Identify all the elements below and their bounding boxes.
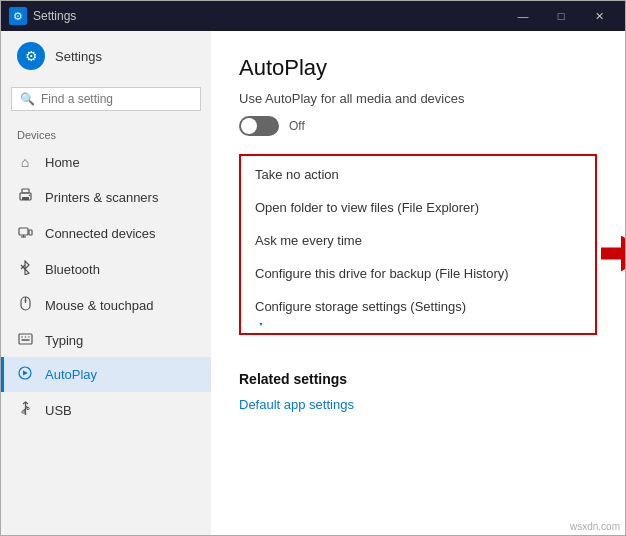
toggle-state-label: Off <box>289 119 305 133</box>
svg-rect-13 <box>19 334 32 344</box>
sidebar-app-icon: ⚙ <box>17 42 45 70</box>
svg-rect-2 <box>22 197 29 200</box>
content-area: AutoPlay Use AutoPlay for all media and … <box>211 31 625 535</box>
svg-point-22 <box>26 407 28 409</box>
content-subtitle: Use AutoPlay for all media and devices <box>239 91 597 106</box>
sidebar-item-label-usb: USB <box>45 403 72 418</box>
window-controls: — □ ✕ <box>505 1 617 31</box>
dropdown-item-configure-backup[interactable]: Configure this drive for backup (File Hi… <box>241 257 595 290</box>
sidebar-item-mouse[interactable]: Mouse & touchpad <box>1 287 211 323</box>
svg-point-3 <box>28 195 30 197</box>
sidebar-item-label-mouse: Mouse & touchpad <box>45 298 153 313</box>
dropdown-wrapper: Take no action Open folder to view files… <box>239 154 597 355</box>
main-layout: ⚙ Settings 🔍 Devices ⌂ Home Printers & s… <box>1 31 625 535</box>
svg-rect-1 <box>22 189 29 193</box>
dropdown-scroll-hint: ▼ <box>241 323 595 331</box>
sidebar-item-label-connected: Connected devices <box>45 226 156 241</box>
dropdown-list[interactable]: Take no action Open folder to view files… <box>239 154 597 335</box>
sidebar-app-title: Settings <box>55 49 102 64</box>
window-title: Settings <box>33 9 505 23</box>
red-arrow-indicator <box>601 235 625 274</box>
sidebar-item-usb[interactable]: USB <box>1 392 211 428</box>
titlebar: ⚙ Settings — □ ✕ <box>1 1 625 31</box>
autoplay-toggle-row: Off <box>239 116 597 136</box>
svg-point-12 <box>24 300 26 302</box>
minimize-button[interactable]: — <box>505 1 541 31</box>
dropdown-item-configure-storage[interactable]: Configure storage settings (Settings) <box>241 290 595 323</box>
sidebar-item-typing[interactable]: Typing <box>1 323 211 357</box>
sidebar-item-label-bluetooth: Bluetooth <box>45 262 100 277</box>
dropdown-item-open-folder[interactable]: Open folder to view files (File Explorer… <box>241 191 595 224</box>
maximize-button[interactable]: □ <box>543 1 579 31</box>
app-icon-symbol: ⚙ <box>13 10 23 23</box>
sidebar-item-label-home: Home <box>45 155 80 170</box>
sidebar-item-connected-devices[interactable]: Connected devices <box>1 215 211 251</box>
svg-rect-23 <box>22 411 25 413</box>
page-title: AutoPlay <box>239 55 597 81</box>
search-input[interactable] <box>41 92 192 106</box>
svg-rect-4 <box>19 228 28 235</box>
close-button[interactable]: ✕ <box>581 1 617 31</box>
watermark: wsxdn.com <box>570 521 620 532</box>
svg-rect-5 <box>29 230 32 235</box>
home-icon: ⌂ <box>17 154 33 170</box>
sidebar-item-bluetooth[interactable]: Bluetooth <box>1 251 211 287</box>
autoplay-icon <box>17 366 33 383</box>
sidebar-item-home[interactable]: ⌂ Home <box>1 145 211 179</box>
sidebar-item-printers[interactable]: Printers & scanners <box>1 179 211 215</box>
usb-icon <box>17 401 33 419</box>
sidebar-item-label-autoplay: AutoPlay <box>45 367 97 382</box>
sidebar-item-label-typing: Typing <box>45 333 83 348</box>
bluetooth-icon <box>17 260 33 278</box>
dropdown-item-ask-me[interactable]: Ask me every time <box>241 224 595 257</box>
app-icon: ⚙ <box>9 7 27 25</box>
typing-icon <box>17 332 33 348</box>
printers-icon <box>17 188 33 206</box>
mouse-icon <box>17 296 33 314</box>
devices-section-label: Devices <box>1 121 211 145</box>
default-app-settings-link[interactable]: Default app settings <box>239 397 354 412</box>
svg-marker-25 <box>601 235 625 271</box>
search-box[interactable]: 🔍 <box>11 87 201 111</box>
sidebar: ⚙ Settings 🔍 Devices ⌂ Home Printers & s… <box>1 31 211 535</box>
related-settings-section: Related settings Default app settings <box>239 371 597 412</box>
sidebar-header: ⚙ Settings <box>1 31 211 81</box>
red-arrow-icon <box>601 235 625 271</box>
settings-window: ⚙ Settings — □ ✕ ⚙ Settings 🔍 Devices ⌂ … <box>0 0 626 536</box>
sidebar-item-autoplay[interactable]: AutoPlay <box>1 357 211 392</box>
connected-devices-icon <box>17 224 33 242</box>
search-icon: 🔍 <box>20 92 35 106</box>
sidebar-item-label-printers: Printers & scanners <box>45 190 158 205</box>
related-settings-title: Related settings <box>239 371 597 387</box>
dropdown-item-no-action[interactable]: Take no action <box>241 158 595 191</box>
autoplay-toggle[interactable] <box>239 116 279 136</box>
